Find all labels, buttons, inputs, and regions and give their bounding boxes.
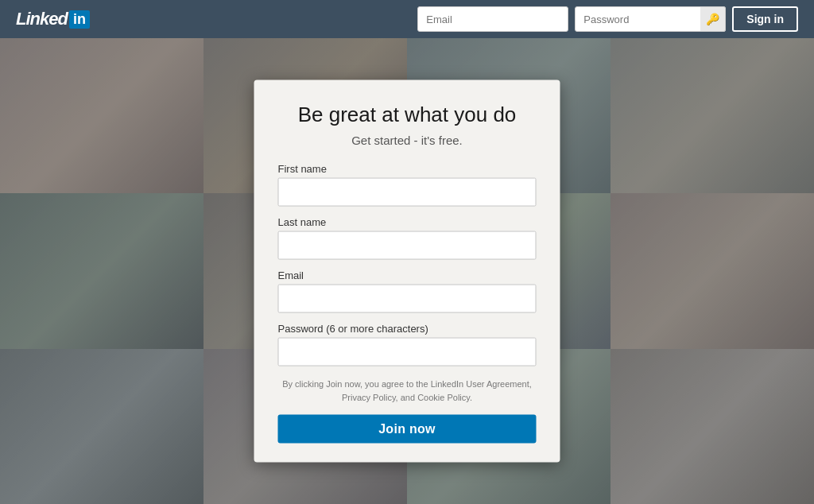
last-name-group: Last name	[278, 216, 537, 260]
password-input[interactable]	[278, 338, 537, 366]
header-password-wrapper: 🔑	[575, 6, 726, 32]
email-group: Email	[278, 269, 537, 313]
terms-text: By clicking Join now, you agree to the L…	[278, 378, 537, 404]
first-name-input[interactable]	[278, 178, 537, 207]
sign-in-button[interactable]: Sign in	[732, 6, 798, 32]
last-name-label: Last name	[278, 216, 537, 228]
password-label: Password (6 or more characters)	[278, 323, 537, 335]
email-label: Email	[278, 269, 537, 281]
signup-modal: Be great at what you do Get started - it…	[254, 80, 560, 463]
logo: Linked in	[16, 9, 90, 29]
header: Linked in 🔑 Sign in	[0, 0, 814, 38]
first-name-group: First name	[278, 163, 537, 207]
header-email-input[interactable]	[417, 6, 568, 32]
modal-subtitle: Get started - it's free.	[278, 134, 537, 147]
header-inputs: 🔑 Sign in	[417, 6, 798, 32]
key-icon[interactable]: 🔑	[700, 6, 726, 32]
password-group: Password (6 or more characters)	[278, 323, 537, 366]
modal-title: Be great at what you do	[278, 103, 537, 127]
first-name-label: First name	[278, 163, 537, 175]
last-name-input[interactable]	[278, 231, 537, 260]
logo-in-badge: in	[69, 10, 90, 29]
email-input[interactable]	[278, 285, 537, 313]
logo-text: Linked	[16, 9, 68, 29]
join-now-button[interactable]: Join now	[278, 415, 537, 444]
